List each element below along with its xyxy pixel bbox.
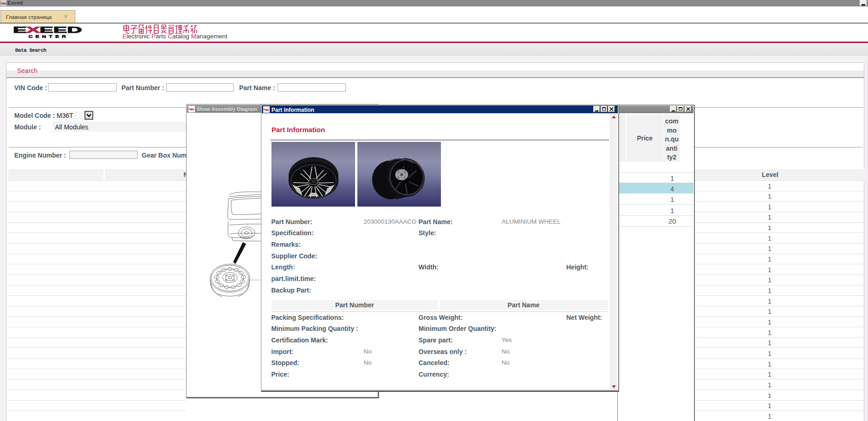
svg-text:CENTER: CENTER [29, 34, 69, 39]
svg-text:E: E [13, 25, 27, 35]
svg-text:X: X [26, 25, 40, 35]
svg-text:EED: EED [40, 25, 82, 35]
